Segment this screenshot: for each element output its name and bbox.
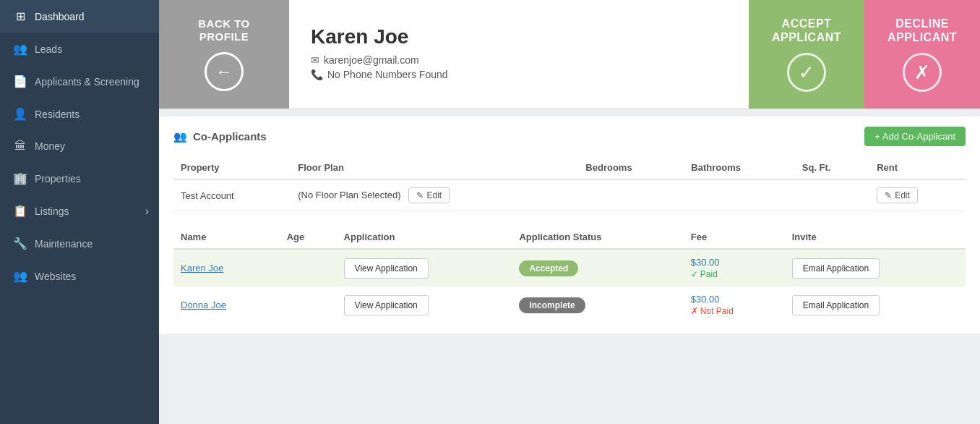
- co-applicants-section: 👥 Co-Applicants + Add Co-Applicant Prope…: [159, 116, 980, 334]
- sidebar-item-properties[interactable]: 🏢 Properties: [0, 162, 159, 195]
- applicant-status-cell: Incomplete: [512, 287, 683, 323]
- profile-header: BACK TO PROFILE ← Karen Joe ✉ karenjoe@g…: [159, 0, 980, 109]
- main-content: BACK TO PROFILE ← Karen Joe ✉ karenjoe@g…: [159, 0, 980, 424]
- col-property: Property: [173, 156, 291, 179]
- table-row: Donna Joe View Application Incomplete $3…: [173, 287, 966, 323]
- section-header: 👥 Co-Applicants + Add Co-Applicant: [173, 127, 966, 146]
- applicants-icon: 📄: [13, 75, 27, 88]
- applicant-link-karen[interactable]: Karen Joe: [181, 263, 223, 274]
- applicant-fee-cell: $30.00 ✗ Not Paid: [684, 287, 785, 323]
- decline-applicant-button[interactable]: DECLINE APPLICANT ✗: [864, 0, 980, 109]
- applicant-application-cell: View Application: [337, 287, 512, 323]
- property-table: Property Floor Plan Bedrooms Bathrooms S…: [173, 156, 966, 211]
- applicant-email: ✉ karenjoe@gmail.com: [311, 54, 727, 66]
- applicant-status-cell: Accepted: [512, 249, 683, 287]
- sidebar: ⊞ Dashboard 👥 Leads 📄 Applicants & Scree…: [0, 0, 159, 424]
- applicant-application-cell: View Application: [337, 249, 512, 287]
- col-fee: Fee: [684, 226, 785, 249]
- sidebar-item-applicants-screening[interactable]: 📄 Applicants & Screening: [0, 65, 159, 98]
- edit-rent-icon: ✎: [885, 190, 892, 200]
- dashboard-icon: ⊞: [13, 9, 27, 23]
- applicants-table: Name Age Application Application Status …: [173, 226, 966, 323]
- fee-status-paid: ✓ Paid: [691, 269, 778, 279]
- col-sq-ft: Sq. Ft.: [795, 156, 869, 179]
- col-bathrooms: Bathrooms: [684, 156, 794, 179]
- fee-amount: $30.00: [691, 257, 778, 268]
- status-badge-incomplete: Incomplete: [519, 297, 585, 313]
- col-age: Age: [280, 226, 337, 249]
- maintenance-icon: 🔧: [13, 237, 27, 250]
- x-icon: ✗: [691, 306, 698, 316]
- section-title: 👥 Co-Applicants: [173, 130, 267, 143]
- sidebar-item-residents[interactable]: 👤 Residents: [0, 98, 159, 130]
- applicant-age-cell: [280, 287, 337, 323]
- bathrooms-cell: [684, 179, 794, 211]
- properties-icon: 🏢: [13, 171, 27, 185]
- sidebar-item-websites[interactable]: 👥 Websites: [0, 260, 159, 292]
- sidebar-item-leads[interactable]: 👥 Leads: [0, 33, 159, 65]
- money-icon: 🏛: [13, 140, 27, 153]
- sidebar-item-listings[interactable]: 📋 Listings: [0, 195, 159, 227]
- applicant-phone: 📞 No Phone Numbers Found: [311, 69, 727, 80]
- applicant-fee-cell: $30.00 ✓ Paid: [684, 249, 785, 287]
- bedrooms-cell: [578, 179, 684, 211]
- col-application: Application: [337, 226, 512, 249]
- col-name: Name: [173, 226, 280, 249]
- action-buttons: ACCEPT APPLICANT ✓ DECLINE APPLICANT ✗: [749, 0, 980, 109]
- back-to-profile-button[interactable]: BACK TO PROFILE ←: [159, 0, 289, 109]
- websites-icon: 👥: [13, 269, 27, 283]
- decline-x-icon: ✗: [903, 53, 942, 92]
- col-invite: Invite: [785, 226, 966, 249]
- rent-edit-button[interactable]: ✎ Edit: [877, 187, 918, 203]
- view-application-button-donna[interactable]: View Application: [344, 295, 429, 315]
- profile-info: Karen Joe ✉ karenjoe@gmail.com 📞 No Phon…: [289, 7, 749, 101]
- accept-checkmark-icon: ✓: [787, 53, 826, 92]
- leads-icon: 👥: [13, 42, 27, 56]
- sq-ft-cell: [795, 179, 869, 211]
- back-label: BACK TO PROFILE: [173, 17, 275, 43]
- floor-plan-cell: (No Floor Plan Selected) ✎ Edit: [291, 179, 578, 211]
- checkmark-icon: ✓: [691, 269, 698, 279]
- applicant-name: Karen Joe: [311, 25, 727, 48]
- applicant-age-cell: [280, 249, 337, 287]
- add-co-applicant-button[interactable]: + Add Co-Applicant: [864, 127, 966, 146]
- table-row: Test Account (No Floor Plan Selected) ✎ …: [173, 179, 966, 211]
- listings-icon: 📋: [13, 204, 27, 218]
- co-applicants-icon: 👥: [173, 130, 187, 143]
- email-application-button-donna[interactable]: Email Application: [792, 295, 880, 315]
- applicant-invite-cell: Email Application: [785, 287, 966, 323]
- back-arrow-icon: ←: [205, 52, 244, 91]
- decline-label: DECLINE APPLICANT: [875, 17, 969, 44]
- col-floor-plan: Floor Plan: [291, 156, 578, 179]
- table-row: Karen Joe View Application Accepted $30.…: [173, 249, 966, 287]
- col-rent: Rent: [869, 156, 966, 179]
- view-application-button-karen[interactable]: View Application: [344, 258, 429, 279]
- applicant-name-cell: Karen Joe: [173, 249, 280, 287]
- email-application-button-karen[interactable]: Email Application: [792, 258, 880, 279]
- applicant-invite-cell: Email Application: [785, 249, 966, 287]
- accept-applicant-button[interactable]: ACCEPT APPLICANT ✓: [749, 0, 864, 109]
- sidebar-item-dashboard[interactable]: ⊞ Dashboard: [0, 0, 159, 33]
- accept-label: ACCEPT APPLICANT: [760, 17, 854, 44]
- applicant-link-donna[interactable]: Donna Joe: [181, 300, 226, 310]
- sidebar-item-maintenance[interactable]: 🔧 Maintenance: [0, 227, 159, 260]
- email-icon: ✉: [311, 54, 319, 66]
- property-name: Test Account: [173, 179, 291, 211]
- phone-icon: 📞: [311, 69, 323, 80]
- floor-plan-edit-button[interactable]: ✎ Edit: [408, 187, 450, 203]
- edit-icon: ✎: [416, 190, 424, 200]
- col-application-status: Application Status: [512, 226, 683, 249]
- fee-status-not-paid: ✗ Not Paid: [691, 306, 778, 316]
- fee-amount: $30.00: [691, 294, 778, 305]
- col-bedrooms: Bedrooms: [578, 156, 684, 179]
- rent-cell: ✎ Edit: [869, 179, 966, 211]
- status-badge-accepted: Accepted: [519, 260, 578, 276]
- applicant-name-cell: Donna Joe: [173, 287, 280, 323]
- sidebar-item-money[interactable]: 🏛 Money: [0, 130, 159, 162]
- residents-icon: 👤: [13, 107, 27, 121]
